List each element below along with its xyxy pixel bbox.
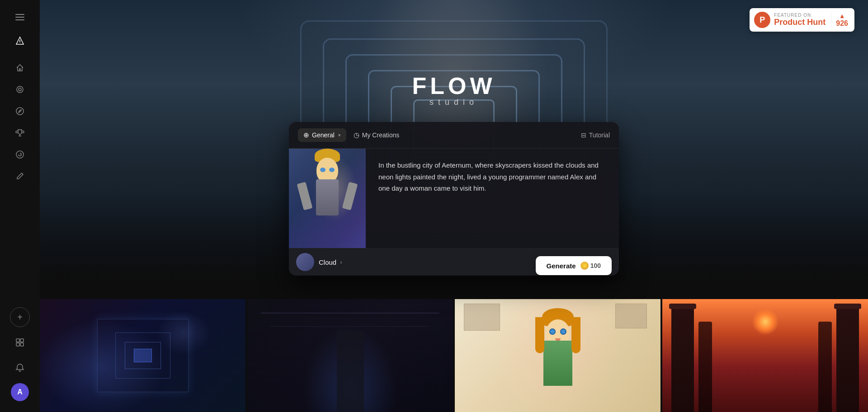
svg-point-10 bbox=[16, 151, 24, 158]
gallery-item-2[interactable] bbox=[247, 299, 453, 412]
tutorial-button[interactable]: ⊟ Tutorial bbox=[581, 131, 610, 139]
modal-content: In the bustling city of Aeternum, where … bbox=[289, 149, 619, 248]
generate-row: Generate 🪙 100 bbox=[528, 251, 619, 281]
svg-rect-11 bbox=[16, 339, 19, 342]
creations-tab-icon: ◷ bbox=[354, 131, 359, 139]
creations-tab-label: My Creations bbox=[362, 131, 399, 139]
ph-text: FEATURED ON Product Hunt bbox=[774, 13, 826, 27]
svg-rect-14 bbox=[20, 343, 24, 346]
general-tab-icon: ⊕ bbox=[303, 131, 309, 139]
tab-my-creations[interactable]: ◷ My Creations bbox=[348, 128, 405, 142]
char-name: Cloud bbox=[319, 258, 336, 266]
girl-hair-right bbox=[571, 317, 580, 353]
menu-icon[interactable] bbox=[10, 7, 30, 27]
girl-eye-right bbox=[560, 328, 566, 335]
alley-line-1 bbox=[261, 313, 439, 314]
char-avatar bbox=[296, 253, 314, 271]
generate-cost-value: 100 bbox=[590, 262, 601, 269]
anime-girl-figure bbox=[531, 308, 585, 412]
generate-button[interactable]: Generate 🪙 100 bbox=[536, 256, 612, 275]
add-button[interactable]: + bbox=[10, 307, 30, 327]
general-tab-label: General bbox=[312, 131, 335, 139]
char-body bbox=[316, 179, 339, 215]
user-avatar[interactable]: A bbox=[11, 383, 29, 401]
sunset-sun bbox=[752, 308, 779, 335]
modal-text-area: In the bustling city of Aeternum, where … bbox=[366, 149, 619, 248]
char-eye-right bbox=[329, 168, 335, 172]
column-left-1 bbox=[671, 304, 694, 412]
gallery-bg-2 bbox=[247, 299, 453, 412]
coin-icon: 🪙 bbox=[580, 262, 589, 270]
alley-pillar bbox=[337, 331, 364, 412]
generate-cost: 🪙 100 bbox=[580, 262, 601, 270]
flow-logo: FLOW studio bbox=[412, 72, 495, 107]
alley-line-2 bbox=[270, 326, 430, 327]
media-icon[interactable] bbox=[10, 80, 30, 99]
gallery-item-1[interactable] bbox=[40, 299, 245, 412]
corridor-center bbox=[134, 349, 152, 362]
svg-point-7 bbox=[16, 108, 24, 115]
gallery-item-3[interactable] bbox=[455, 299, 660, 412]
bell-icon[interactable] bbox=[10, 358, 30, 378]
compass-icon[interactable] bbox=[10, 101, 30, 121]
gallery-item-4[interactable] bbox=[662, 299, 868, 412]
ph-logo-icon: P bbox=[754, 12, 770, 28]
girl-eye-left bbox=[549, 328, 556, 335]
svg-rect-12 bbox=[20, 339, 24, 342]
room-picture-1 bbox=[464, 304, 500, 331]
svg-rect-13 bbox=[16, 343, 19, 346]
tutorial-label: Tutorial bbox=[589, 131, 610, 139]
product-hunt-badge[interactable]: P FEATURED ON Product Hunt ▲ 926 bbox=[750, 8, 854, 32]
column-inner-left bbox=[698, 322, 712, 412]
tab-general[interactable]: ⊕ General ▾ bbox=[298, 128, 346, 142]
room-picture-2 bbox=[615, 304, 647, 328]
logo-title: FLOW bbox=[412, 72, 495, 99]
token-icon[interactable] bbox=[10, 145, 30, 164]
char-arrow-icon: › bbox=[340, 258, 342, 266]
logo-icon[interactable] bbox=[10, 31, 30, 51]
svg-point-5 bbox=[17, 86, 23, 93]
sidebar-bottom: A bbox=[10, 332, 30, 405]
generate-label: Generate bbox=[547, 262, 576, 270]
gallery-bg-4 bbox=[662, 299, 868, 412]
story-text: In the bustling city of Aeternum, where … bbox=[378, 159, 606, 194]
trophy-icon[interactable] bbox=[10, 123, 30, 143]
svg-rect-2 bbox=[15, 19, 24, 20]
girl-body bbox=[543, 341, 572, 386]
gallery-bg-1 bbox=[40, 299, 245, 412]
svg-rect-1 bbox=[15, 17, 24, 18]
sidebar: + A bbox=[0, 0, 40, 412]
girl-hair-left bbox=[535, 317, 544, 353]
ph-votes: ▲ 926 bbox=[831, 12, 848, 28]
char-eye-left bbox=[320, 168, 326, 172]
ph-featured-label: FEATURED ON bbox=[774, 13, 826, 18]
home-icon[interactable] bbox=[10, 58, 30, 78]
ph-name-label: Product Hunt bbox=[774, 18, 826, 27]
anime-char-figure bbox=[305, 149, 350, 221]
char-avatar-inner bbox=[296, 253, 314, 271]
ph-arrow-icon: ▲ bbox=[839, 12, 845, 19]
tutorial-icon: ⊟ bbox=[581, 131, 586, 139]
svg-point-6 bbox=[19, 88, 21, 91]
general-tab-arrow: ▾ bbox=[338, 132, 341, 138]
character-image bbox=[289, 149, 366, 248]
svg-rect-0 bbox=[15, 14, 24, 15]
col-cap-2 bbox=[834, 304, 861, 309]
main-content: FLOW studio P FEATURED ON Product Hunt ▲… bbox=[40, 0, 868, 412]
ph-vote-count: 926 bbox=[836, 19, 848, 28]
modal-tabs: ⊕ General ▾ ◷ My Creations ⊟ Tutorial bbox=[289, 122, 619, 149]
column-right-1 bbox=[836, 304, 859, 412]
column-inner-right bbox=[818, 322, 832, 412]
edit-icon[interactable] bbox=[10, 166, 30, 186]
gallery-bg-3 bbox=[455, 299, 660, 412]
bottom-gallery bbox=[40, 299, 868, 412]
featured-icon[interactable] bbox=[10, 332, 30, 352]
col-cap-1 bbox=[669, 304, 696, 309]
